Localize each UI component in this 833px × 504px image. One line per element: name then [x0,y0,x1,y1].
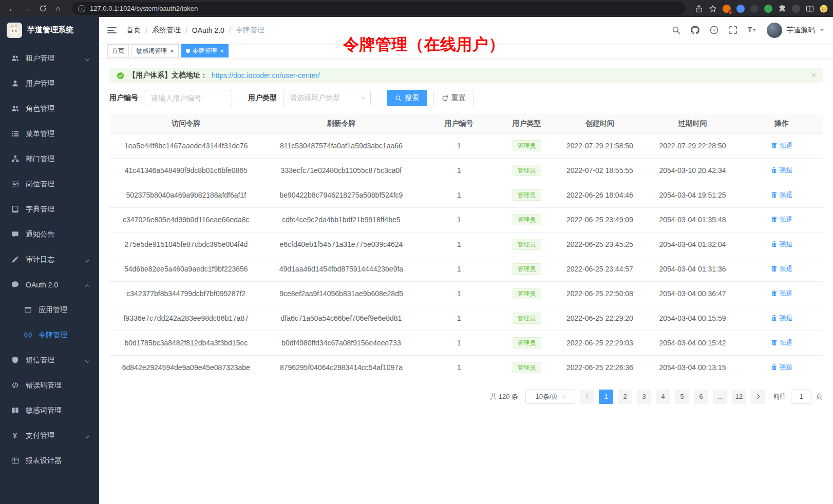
prev-page-button[interactable] [580,390,594,404]
chevron-up-icon [86,281,89,289]
force-logout-button[interactable]: 强退 [771,166,793,175]
column-header: 过期时间 [645,114,741,133]
profile-avatar-icon[interactable] [820,5,828,13]
action-cell: 强退 [741,281,823,306]
force-logout-button[interactable]: 强退 [771,363,793,372]
page-button-2[interactable]: 2 [618,390,632,404]
force-logout-button[interactable]: 强退 [771,141,793,150]
page-button-3[interactable]: 3 [637,390,651,404]
refresh-token-cell: 811c530487574fa0af1a59d3abc1aa66 [263,133,420,158]
goto-page-input[interactable] [791,390,811,404]
home-icon[interactable]: ⌂ [51,3,65,15]
back-icon[interactable]: ← [5,3,18,15]
active-tab-dot [186,49,190,53]
force-logout-button[interactable]: 强退 [771,240,793,249]
alert-text: 【用户体系】文档地址： [128,71,207,80]
breadcrumb-separator: / [229,26,231,34]
force-logout-button[interactable]: 强退 [771,289,793,298]
sidebar-item-oauth[interactable]: OAuth 2.0 [0,272,99,297]
page-button-4[interactable]: 4 [656,390,670,404]
page-ellipsis[interactable]: ... [713,390,727,404]
extension-icon[interactable] [736,5,745,13]
sidebar-item-sms[interactable]: 短信管理 [0,347,99,373]
sidebar-item-role[interactable]: 角色管理 [0,96,99,121]
tab-1[interactable]: 敏感词管理× [131,44,179,57]
help-icon[interactable]: ? [710,26,718,34]
chevron-down-icon [561,394,565,398]
errcode-icon [11,381,19,390]
split-view-icon[interactable] [806,5,814,13]
user-type-select[interactable]: 请选择用户类型 [283,90,371,106]
extension-icon[interactable] [764,5,772,13]
breadcrumb-item[interactable]: 系统管理 [152,26,181,35]
breadcrumb-item[interactable]: 首页 [126,26,141,35]
table-row: 275e5de9151045fe87cbdc395e004f4de6cfd40e… [109,232,823,257]
force-logout-button[interactable]: 强退 [771,190,793,200]
create-time-cell: 2022-06-25 23:44:57 [555,257,645,281]
sidebar-item-dept[interactable]: 部门管理 [0,146,99,171]
user-id-input[interactable] [145,90,232,106]
breadcrumb-item[interactable]: OAuth 2.0 [192,26,224,34]
sidebar-item-post[interactable]: 岗位管理 [0,171,99,197]
pay-icon: ¥ [11,432,19,440]
address-bar[interactable]: i 127.0.0.1:1024/system/oauth2/token [72,2,686,15]
share-icon[interactable] [695,5,703,13]
sidebar-item-errcode[interactable]: 错误码管理 [0,373,99,398]
dept-icon [11,155,19,163]
create-time-cell: 2022-06-25 22:50:08 [555,281,645,306]
sidebar-item-notice[interactable]: 通知公告 [0,222,99,247]
tab-close-icon[interactable]: × [220,48,224,54]
alert-doc-link[interactable]: https://doc.iocoder.cn/user-center/ [212,71,320,80]
tab-close-icon[interactable]: × [170,48,174,54]
force-logout-button[interactable]: 强退 [771,338,793,347]
search-icon[interactable] [672,26,680,34]
user-type-tag: 管理员 [513,288,541,299]
github-icon[interactable] [691,26,699,34]
forward-icon[interactable]: → [21,3,34,15]
next-page-button[interactable] [751,390,765,404]
force-logout-button[interactable]: 强退 [771,215,793,224]
user-menu[interactable]: 芋道源码 [767,23,825,38]
extension-icon[interactable] [792,5,800,13]
sidebar-item-report[interactable]: 报表设计器 [0,448,99,473]
access-token-cell: 41c41346a548490f9dc8b01c6bfe0865 [109,158,263,183]
reset-button[interactable]: 重置 [433,90,474,106]
page-button-6[interactable]: 6 [694,390,708,404]
sidebar-item-user[interactable]: 用户管理 [0,71,99,96]
extension-icon[interactable] [723,5,731,13]
alert-close-icon[interactable]: × [811,71,816,80]
sidebar-item-token[interactable]: 令牌管理 [0,322,99,347]
page-button-5[interactable]: 5 [675,390,689,404]
app-logo[interactable]: 芋道管理系统 [0,17,99,43]
sidebar-item-label: 报表设计器 [26,456,62,466]
search-button[interactable]: 搜索 [387,90,427,106]
sidebar-item-tenant[interactable]: 租户管理 [0,46,99,71]
bookmark-star-icon[interactable] [709,5,717,13]
extensions-puzzle-icon[interactable] [778,5,786,13]
fullscreen-icon[interactable] [729,26,737,34]
sidebar-collapse-icon[interactable] [107,27,117,33]
force-logout-button[interactable]: 强退 [771,314,793,323]
page-button-1[interactable]: 1 [599,390,613,404]
sidebar-item-sensitive[interactable]: 敏感词管理 [0,398,99,423]
extension-icon[interactable] [750,5,759,13]
user-avatar[interactable] [767,23,782,38]
report-icon [11,457,19,465]
tab-0[interactable]: 首页 [107,44,129,57]
sensitive-icon [11,406,19,415]
sms-icon [11,356,19,364]
sidebar-item-log[interactable]: 审计日志 [0,247,99,272]
reload-icon[interactable] [36,3,49,15]
action-cell: 强退 [741,207,823,232]
sidebar-item-dict[interactable]: 字典管理 [0,197,99,222]
tab-2[interactable]: 令牌管理× [181,44,229,57]
sidebar-item-menu[interactable]: 菜单管理 [0,121,99,146]
sidebar-item-pay[interactable]: ¥支付管理 [0,423,99,448]
site-info-icon[interactable]: i [78,5,85,12]
force-logout-button[interactable]: 强退 [771,264,793,274]
font-size-icon[interactable]: TT [748,26,756,34]
page-button-12[interactable]: 12 [732,390,746,404]
page-size-select[interactable]: 10条/页 [525,390,575,404]
sidebar-item-app[interactable]: 应用管理 [0,297,99,322]
post-icon [11,180,19,188]
